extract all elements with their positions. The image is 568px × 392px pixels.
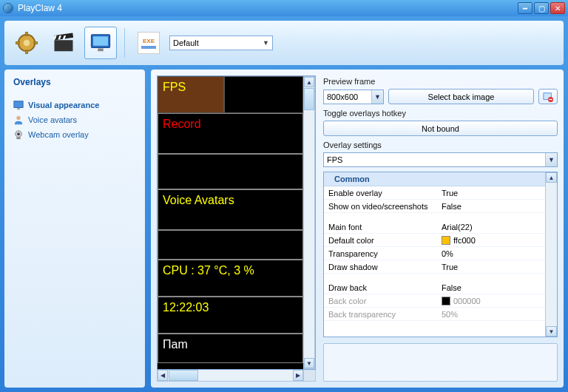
prop-draw-back[interactable]: Draw back False [324,281,545,294]
overlay-record[interactable]: Record [158,113,303,154]
settings-button[interactable] [10,27,43,59]
preview-frame-label: Preview frame [323,77,558,86]
preview-size-combo[interactable]: 800x600 ▼ [323,89,384,104]
overlay-settings-label: Overlay settings [323,141,558,149]
person-icon [13,115,24,125]
image-remove-icon [543,92,553,102]
clear-image-button[interactable] [538,89,558,104]
button-label: Select back image [428,92,495,101]
property-grid: Common Enable overlay True Show on video… [323,172,558,337]
scroll-left-icon[interactable]: ◀ [158,370,168,381]
close-button[interactable]: ✕ [550,2,565,14]
overlay-fps[interactable]: FPS [158,76,224,113]
maximize-button[interactable]: ▢ [534,2,549,14]
group-header-common[interactable]: Common [324,172,545,186]
scroll-down-icon[interactable]: ▼ [304,358,314,368]
sidebar-item-voice-avatars[interactable]: Voice avatars [12,112,138,127]
overlay-webcam[interactable]: Пam [158,334,303,363]
svg-rect-3 [26,50,28,54]
sidebar-item-label: Visual appearance [28,101,99,109]
property-description [323,343,558,382]
chevron-down-icon: ▼ [545,153,557,166]
prop-main-font[interactable]: Main font Arial(22) [324,220,545,234]
chevron-down-icon: ▼ [371,90,383,104]
window-title: PlayClaw 4 [18,3,518,13]
hotkey-value: Not bound [422,124,459,133]
chevron-down-icon: ▼ [263,39,269,47]
grid-scrollbar[interactable]: ▲ ▼ [545,172,557,337]
overlay-empty[interactable] [158,154,303,189]
svg-rect-12 [93,36,108,46]
prop-draw-shadow[interactable]: Draw shadow True [324,260,545,274]
sidebar-item-label: Voice avatars [28,115,77,124]
scroll-up-icon[interactable]: ▲ [546,172,557,183]
scroll-up-icon[interactable]: ▲ [304,77,314,87]
scroll-down-icon[interactable]: ▼ [546,326,557,337]
prop-transparency[interactable]: Transparency 0% [324,247,545,260]
profile-combo[interactable]: Default ▼ [169,36,273,50]
svg-rect-22 [549,98,552,99]
sidebar: Overlays Visual appearance Voice avatars… [4,70,145,388]
prop-show-on-video[interactable]: Show on video/screenshots False [324,200,545,213]
overlay-cpu[interactable]: CPU : 37 °C, 3 % [158,260,303,297]
sidebar-header: Overlays [12,77,138,87]
svg-rect-6 [55,40,73,51]
toolbar: EXE Default ▼ [4,21,564,65]
color-swatch [442,297,450,305]
svg-rect-19 [16,138,20,140]
scroll-thumb[interactable] [304,88,314,110]
exe-profile-button[interactable]: EXE [132,27,165,59]
recording-button[interactable] [47,27,80,59]
settings-column: Preview frame 800x600 ▼ Select back imag… [323,75,558,382]
scroll-right-icon[interactable]: ▶ [293,370,303,381]
minimize-button[interactable]: ━ [518,2,532,14]
color-swatch [442,236,450,245]
exe-icon: EXE [138,32,160,54]
overlay-select-combo[interactable]: FPS ▼ [323,152,558,167]
prop-default-color[interactable]: Default color ffc000 [324,234,545,247]
prop-back-color[interactable]: Back color 000000 [324,294,545,308]
clapper-icon [53,32,75,54]
svg-rect-13 [98,49,104,52]
toolbar-separator [124,28,125,58]
app-icon [3,3,13,13]
preview-panel: FPS Record Voice Avatars CPU : 37 °C, 3 … [157,75,316,382]
svg-rect-14 [14,101,23,108]
preview-size-value: 800x600 [327,92,358,101]
toggle-hotkey-label: Toggle overlays hotkey [323,109,558,118]
content-panel: FPS Record Voice Avatars CPU : 37 °C, 3 … [151,70,564,388]
overlay-time[interactable]: 12:22:03 [158,297,303,334]
svg-rect-15 [17,108,20,109]
titlebar[interactable]: PlayClaw 4 ━ ▢ ✕ [0,0,568,16]
profile-combo-value: Default [173,38,199,47]
hotkey-button[interactable]: Not bound [323,121,558,136]
gear-icon [16,32,38,54]
webcam-icon [13,129,24,140]
overlay-select-value: FPS [327,155,342,164]
svg-point-16 [16,116,20,120]
svg-point-18 [17,132,20,135]
display-icon [13,100,24,110]
overlay-voice-avatars[interactable]: Voice Avatars [158,189,303,230]
monitor-icon [89,32,112,54]
overlays-button[interactable] [84,27,117,59]
sidebar-item-visual-appearance[interactable]: Visual appearance [12,98,138,112]
app-window: PlayClaw 4 ━ ▢ ✕ EXE Default ▼ [0,0,568,392]
select-back-image-button[interactable]: Select back image [388,89,534,104]
svg-rect-4 [16,42,19,44]
preview-scrollbar-h[interactable]: ◀ ▶ [157,370,316,382]
sidebar-item-label: Webcam overlay [28,130,89,139]
svg-rect-5 [34,42,38,44]
preview-scrollbar-v[interactable]: ▲ ▼ [303,76,315,369]
svg-rect-2 [26,32,28,36]
scroll-thumb-h[interactable] [169,370,198,381]
prop-back-transparency[interactable]: Back transparency 50% [324,308,545,321]
sidebar-item-webcam-overlay[interactable]: Webcam overlay [12,127,138,142]
overlay-preview[interactable]: FPS Record Voice Avatars CPU : 37 °C, 3 … [158,76,303,369]
overlay-empty-2[interactable] [158,230,303,260]
prop-enable-overlay[interactable]: Enable overlay True [324,186,545,200]
svg-point-1 [24,40,30,47]
